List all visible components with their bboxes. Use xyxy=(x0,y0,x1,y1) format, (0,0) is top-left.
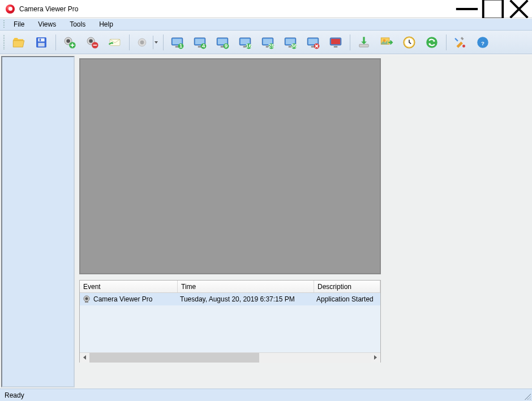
svg-point-57 xyxy=(462,45,465,48)
svg-text:4: 4 xyxy=(202,42,205,48)
menubar-grip xyxy=(2,19,6,30)
svg-rect-2 xyxy=(38,38,44,41)
menu-views[interactable]: Views xyxy=(31,19,63,30)
view-16-button[interactable]: 16 xyxy=(234,32,256,53)
event-desc: Application Started xyxy=(314,295,380,303)
save-button[interactable] xyxy=(31,32,52,53)
refresh-icon xyxy=(424,35,439,50)
add-camera-button[interactable] xyxy=(59,32,80,53)
event-name: Camera Viewer Pro xyxy=(93,295,152,303)
svg-text:?: ? xyxy=(481,40,484,46)
toolbar-grip xyxy=(2,31,6,54)
remove-camera-button[interactable] xyxy=(81,32,103,53)
menu-tools[interactable]: Tools xyxy=(63,19,92,30)
floppy-icon xyxy=(34,35,49,50)
svg-text:1: 1 xyxy=(179,42,183,48)
view-25-button[interactable]: 25 xyxy=(257,32,278,53)
open-button[interactable] xyxy=(8,32,29,53)
scroll-track[interactable] xyxy=(89,353,371,363)
monitor-icon: 1 xyxy=(170,35,185,50)
menu-file[interactable]: File xyxy=(7,19,31,30)
clock-icon xyxy=(402,35,417,50)
separator xyxy=(127,32,131,53)
scroll-left-button[interactable] xyxy=(80,353,89,363)
help-button[interactable]: ? xyxy=(472,32,494,53)
svg-rect-3 xyxy=(38,42,44,46)
svg-point-9 xyxy=(89,39,93,43)
header-event[interactable]: Event xyxy=(80,281,178,292)
svg-point-56 xyxy=(426,37,437,48)
event-log: Event Time Description Camera Viewer Pro… xyxy=(79,280,381,363)
svg-text:25: 25 xyxy=(268,42,274,48)
main-area: Event Time Description Camera Viewer Pro… xyxy=(0,54,532,389)
view-9-button[interactable]: 9 xyxy=(212,32,233,53)
refresh-button[interactable] xyxy=(421,32,443,53)
event-row[interactable]: Camera Viewer Pro Tuesday, August 20, 20… xyxy=(80,293,380,305)
menu-bar: File Views Tools Help xyxy=(0,18,532,31)
separator xyxy=(347,32,352,53)
settings-button[interactable] xyxy=(449,32,471,53)
folder-icon xyxy=(11,35,26,50)
event-header-row: Event Time Description xyxy=(80,281,380,293)
svg-text:36: 36 xyxy=(291,42,297,48)
fullscreen-button[interactable] xyxy=(325,32,346,53)
video-viewer[interactable] xyxy=(79,58,381,274)
schedule-button[interactable] xyxy=(398,32,420,53)
window-title: Camera Viewer Pro xyxy=(19,5,78,13)
scroll-thumb[interactable] xyxy=(89,353,259,363)
separator xyxy=(53,32,58,53)
svg-rect-50 xyxy=(334,46,338,47)
resize-grip[interactable] xyxy=(523,392,531,400)
event-time: Tuesday, August 20, 2019 6:37:15 PM xyxy=(178,295,314,303)
status-text: Ready xyxy=(5,391,24,399)
svg-rect-62 xyxy=(85,301,88,303)
scroll-right-button[interactable] xyxy=(371,353,380,363)
camera-icon xyxy=(82,295,91,304)
minimize-button[interactable] xyxy=(454,0,480,18)
record-dropdown[interactable] xyxy=(153,36,158,49)
monitor-icon: 16 xyxy=(238,35,252,50)
header-description[interactable]: Description xyxy=(314,281,380,292)
monitor-icon: 9 xyxy=(215,35,230,50)
export-button[interactable] xyxy=(376,32,397,53)
mail-icon xyxy=(108,35,122,50)
svg-text:9: 9 xyxy=(225,42,228,48)
view-4-button[interactable]: 4 xyxy=(189,32,211,53)
status-bar: Ready xyxy=(0,389,532,401)
separator xyxy=(444,32,448,53)
monitor-icon: 36 xyxy=(283,35,298,50)
record-icon xyxy=(136,36,148,49)
camera-add-icon xyxy=(62,35,77,50)
svg-rect-49 xyxy=(331,38,340,44)
svg-rect-0 xyxy=(483,0,503,19)
app-icon xyxy=(6,5,15,14)
svg-point-61 xyxy=(85,297,88,300)
export-icon xyxy=(379,35,394,50)
toolbar: 1 4 9 16 25 36 ? xyxy=(0,31,532,54)
monitor-x-icon xyxy=(306,35,320,50)
maximize-button[interactable] xyxy=(480,0,506,18)
help-icon: ? xyxy=(475,35,490,50)
disconnect-button[interactable] xyxy=(302,32,324,53)
svg-text:16: 16 xyxy=(246,42,252,48)
view-1-button[interactable]: 1 xyxy=(166,32,188,53)
download-icon xyxy=(357,35,371,50)
svg-rect-51 xyxy=(359,44,368,47)
view-36-button[interactable]: 36 xyxy=(280,32,301,53)
svg-point-13 xyxy=(140,40,144,44)
event-body[interactable]: Camera Viewer Pro Tuesday, August 20, 20… xyxy=(80,293,380,352)
event-scrollbar[interactable] xyxy=(80,352,380,362)
svg-rect-4 xyxy=(40,38,41,41)
title-bar: Camera Viewer Pro xyxy=(0,0,532,18)
svg-point-6 xyxy=(66,39,70,43)
record-button[interactable] xyxy=(132,32,160,53)
monitor-icon: 4 xyxy=(192,35,207,50)
monitor-icon: 25 xyxy=(260,35,275,50)
content-area: Event Time Description Camera Viewer Pro… xyxy=(76,55,532,389)
menu-help[interactable]: Help xyxy=(92,19,120,30)
mail-button[interactable] xyxy=(104,32,126,53)
download-button[interactable] xyxy=(353,32,375,53)
close-button[interactable] xyxy=(506,0,532,18)
camera-tree-sidebar[interactable] xyxy=(1,56,75,387)
header-time[interactable]: Time xyxy=(178,281,314,292)
